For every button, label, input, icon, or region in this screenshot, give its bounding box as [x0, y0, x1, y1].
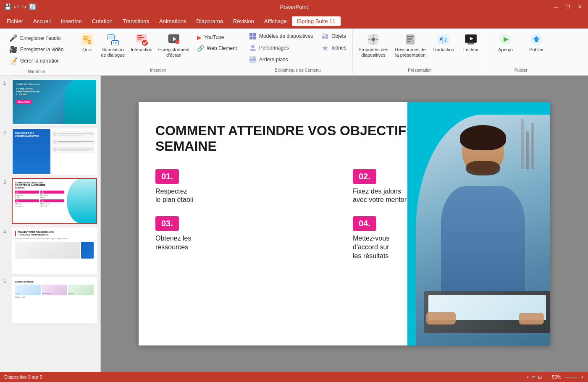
lecteur-label: Lecteur [463, 47, 479, 52]
menu-transitions[interactable]: Transitions [118, 16, 154, 26]
view-outline-icon[interactable]: ≡ [532, 374, 535, 380]
svg-rect-1 [83, 37, 89, 37]
menu-creation[interactable]: Création [87, 16, 118, 26]
window-controls[interactable]: — ❐ ✕ [552, 3, 584, 11]
close-button[interactable]: ✕ [575, 3, 584, 11]
objets-icon [321, 32, 329, 40]
gerer-narration-button[interactable]: 📝 Gérer la narration [7, 55, 66, 66]
publier-btn[interactable]: Publier [522, 31, 551, 54]
undo-icon[interactable]: ↩ [14, 3, 19, 10]
quick-access-toolbar[interactable]: 💾 ↩ ↪ 🔄 [4, 3, 36, 10]
svg-rect-49 [407, 41, 410, 42]
slide-panel: 1 COURS DE BIENVENUE VOTRE GUIDED'INTÉGR… [0, 76, 101, 372]
interaction-label: Interaction [131, 47, 152, 52]
youtube-icon: ▶ [197, 34, 202, 41]
svg-rect-14 [115, 43, 116, 44]
interaction-icon [135, 33, 148, 46]
arrieres-icon [249, 56, 257, 63]
simulation-button[interactable]: Simulationde dialogue [98, 31, 127, 60]
enregistrer-video-label: Enregistrer la vidéo [20, 47, 63, 52]
svg-rect-30 [253, 37, 256, 39]
menu-bar: Fichier Accueil Insertion Création Trans… [0, 13, 588, 29]
slide-num-4: 4 [3, 229, 8, 234]
menu-animations[interactable]: Animations [154, 16, 191, 26]
slide-text-1: Respectezle plan établi [155, 187, 336, 205]
menu-revision[interactable]: Révision [228, 16, 259, 26]
web-element-button[interactable]: 🔗 Web Element [194, 44, 239, 53]
modeles-button[interactable]: Modèles de diapositives [247, 31, 315, 41]
proprietes-label: Propriétés desdiapositives [359, 47, 388, 58]
enregistrement-icon [167, 33, 181, 46]
svg-rect-19 [137, 39, 142, 39]
personnages-icon [249, 44, 257, 52]
apercu-button[interactable]: Aperçu [491, 31, 520, 54]
zoom-in[interactable]: + [581, 374, 584, 380]
objets-label: Objets [331, 33, 346, 39]
slide-img-1[interactable]: COURS DE BIENVENUE VOTRE GUIDED'INTÉGRAT… [12, 79, 97, 125]
traduction-button[interactable]: A文 Traduction [430, 31, 457, 54]
maximize-button[interactable]: ❐ [564, 3, 572, 11]
menu-affichage[interactable]: Affichage [259, 16, 292, 26]
quiz-label: Quiz [82, 47, 92, 52]
enregistrer-audio-label: Enregistrer l'audio [20, 35, 60, 41]
publier-label: Publier [529, 47, 543, 52]
view-normal-icon[interactable]: ▪ [527, 374, 529, 380]
svg-point-33 [254, 57, 255, 59]
enregistrement-button[interactable]: Enregistrementd'écran [156, 31, 192, 60]
quiz-button[interactable]: Quiz [76, 31, 97, 54]
svg-rect-13 [115, 42, 118, 43]
svg-point-12 [113, 42, 114, 44]
slide-thumb-1[interactable]: 1 COURS DE BIENVENUE VOTRE GUIDED'INTÉGR… [3, 79, 97, 125]
slide-thumb-5[interactable]: 5 Espaces de travail Bureau Salle de réu… [3, 277, 97, 323]
slide-item-1: 01. Respectezle plan établi [155, 169, 336, 205]
ribbon-group-insertion: Quiz [73, 30, 243, 73]
menu-fichier[interactable]: Fichier [2, 16, 28, 26]
slide-img-3[interactable]: COMMENT ATTEINDRE VOSOBJECTIFS DE LA PRE… [12, 178, 97, 224]
minimize-button[interactable]: — [552, 3, 560, 11]
menu-diaporama[interactable]: Diaporama [191, 16, 228, 26]
main-canvas: COMMENT ATTEINDRE VOS OBJECTIFS DE LA PR… [101, 76, 588, 372]
menu-ispring[interactable]: iSpring Suite 11 [292, 16, 341, 26]
repeat-icon[interactable]: 🔄 [29, 3, 36, 10]
slide-thumb-3[interactable]: 3 COMMENT ATTEINDRE VOSOBJECTIFS DE LA P… [3, 178, 97, 224]
svg-rect-3 [83, 39, 88, 40]
enregistrer-video-button[interactable]: 🎥 Enregistrer la vidéo [7, 44, 66, 55]
interaction-button[interactable]: Interaction [128, 31, 155, 54]
publier-top: Aperçu Publier [491, 31, 551, 66]
redo-icon[interactable]: ↪ [21, 3, 26, 10]
menu-insertion[interactable]: Insertion [56, 16, 87, 26]
ribbon-group-bibliotheque: Modèles de diapositives Personnages Arri… [243, 30, 352, 73]
youtube-button[interactable]: ▶ YouTube [194, 33, 239, 42]
ressources-button[interactable]: Ressources dela présentation [392, 31, 428, 60]
slide-img-5[interactable]: Espaces de travail Bureau Salle de réuni… [12, 277, 97, 323]
enregistrer-audio-button[interactable]: 🎤 Enregistrer l'audio [7, 33, 66, 43]
zoom-slider[interactable]: ──── [564, 374, 578, 380]
icones-label: Icônes [331, 45, 346, 51]
objets-button[interactable]: Objets [319, 31, 349, 41]
slide-img-2[interactable]: BIENVENUE DANSL'ÉQUIPE MARKETING! [12, 128, 97, 175]
slide-thumb-4[interactable]: 4 COMMENT NOUS COMMUNIQUONS: PRINCIPES F… [3, 228, 97, 274]
slide-item-3: 03. Obtenez lesressources [155, 216, 336, 260]
bibliotheque-group-label: Bibliothèque de Contenu [275, 66, 321, 73]
simulation-label: Simulationde dialogue [101, 47, 125, 58]
ribbon-group-presentation: Propriétés desdiapositives Ressources de… [353, 30, 488, 73]
icones-button[interactable]: Icônes [319, 43, 349, 53]
lecteur-button[interactable]: Lecteur [458, 31, 483, 54]
svg-rect-9 [110, 38, 113, 39]
ribbon-group-publier: Aperçu Publier Publier [487, 30, 554, 73]
arrieres-button[interactable]: Arriere-plans [247, 55, 315, 65]
personnages-button[interactable]: Personnages [247, 43, 315, 53]
proprietes-button[interactable]: Propriétés desdiapositives [356, 31, 391, 60]
svg-rect-18 [137, 37, 144, 38]
menu-accueil[interactable]: Accueil [28, 16, 56, 26]
save-icon[interactable]: 💾 [4, 3, 11, 10]
slide-thumb-2[interactable]: 2 BIENVENUE DANSL'ÉQUIPE MARKETING! [3, 128, 97, 175]
presentation-top: Propriétés desdiapositives Ressources de… [356, 31, 484, 66]
svg-rect-47 [407, 38, 412, 39]
slide-badge-4: 04. [353, 216, 376, 231]
slide-img-4[interactable]: COMMENT NOUS COMMUNIQUONS: PRINCIPES FON… [12, 228, 97, 274]
svg-point-7 [108, 37, 110, 38]
view-sort-icon[interactable]: ⊞ [538, 374, 542, 380]
slide-num-5: 5 [3, 279, 8, 284]
svg-rect-48 [407, 39, 413, 40]
